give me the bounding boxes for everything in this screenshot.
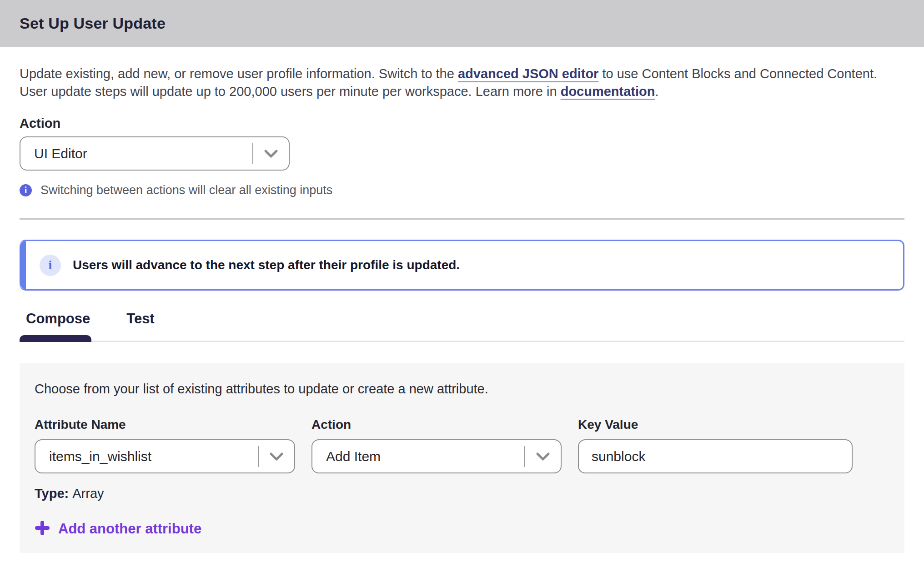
chevron-down-icon xyxy=(259,452,294,461)
type-value: Array xyxy=(72,486,104,501)
action-field-label: Action xyxy=(20,116,904,131)
chevron-down-icon xyxy=(525,452,561,461)
action-select-value: UI Editor xyxy=(20,146,252,161)
intro-paragraph: Update existing, add new, or remove user… xyxy=(20,65,904,101)
attribute-name-label: Attribute Name xyxy=(35,417,295,432)
info-icon: i xyxy=(40,255,61,276)
action-switch-note: i Switching between actions will clear a… xyxy=(20,183,904,197)
key-value-column: Key Value xyxy=(578,417,853,473)
active-tab-indicator xyxy=(20,335,91,342)
info-icon: i xyxy=(20,184,32,196)
tab-bar: Compose Test xyxy=(20,311,904,342)
panel-instruction: Choose from your list of existing attrib… xyxy=(35,382,889,397)
section-divider xyxy=(20,218,904,220)
attribute-name-column: Attribute Name items_in_wishlist xyxy=(35,417,295,473)
info-alert: i Users will advance to the next step af… xyxy=(20,240,904,291)
type-label: Type: xyxy=(35,486,69,501)
panel-header: Set Up User Update xyxy=(0,0,924,47)
tab-test[interactable]: Test xyxy=(120,311,161,327)
action-select[interactable]: UI Editor xyxy=(20,136,290,171)
advanced-json-editor-link[interactable]: advanced JSON editor xyxy=(458,66,598,81)
compose-panel: Choose from your list of existing attrib… xyxy=(20,363,904,553)
attribute-action-select[interactable]: Add Item xyxy=(311,439,562,473)
key-value-label: Key Value xyxy=(578,417,853,432)
tab-baseline xyxy=(20,341,904,342)
attribute-name-select[interactable]: items_in_wishlist xyxy=(35,439,295,473)
attribute-type-row: Type: Array xyxy=(35,486,889,501)
note-text: Switching between actions will clear all… xyxy=(40,183,332,197)
add-another-attribute-button[interactable]: Add another attribute xyxy=(35,520,201,538)
add-another-attribute-label: Add another attribute xyxy=(58,521,201,537)
action-column: Action Add Item xyxy=(311,417,562,473)
documentation-link[interactable]: documentation xyxy=(561,84,655,99)
main-content: Update existing, add new, or remove user… xyxy=(0,65,924,583)
chevron-down-icon xyxy=(253,149,289,158)
intro-text: . xyxy=(655,84,659,99)
attribute-name-value: items_in_wishlist xyxy=(35,449,258,464)
tab-underline xyxy=(20,335,904,342)
page-title: Set Up User Update xyxy=(20,15,166,32)
attribute-row: Attribute Name items_in_wishlist Action … xyxy=(35,417,889,473)
action-label: Action xyxy=(311,417,562,432)
tab-compose[interactable]: Compose xyxy=(20,311,96,327)
alert-text: Users will advance to the next step afte… xyxy=(73,258,460,272)
intro-text: Update existing, add new, or remove user… xyxy=(20,66,458,81)
plus-icon xyxy=(35,520,50,538)
attribute-action-value: Add Item xyxy=(312,449,524,464)
alert-accent-bar xyxy=(20,241,26,289)
key-value-input[interactable] xyxy=(578,439,853,473)
